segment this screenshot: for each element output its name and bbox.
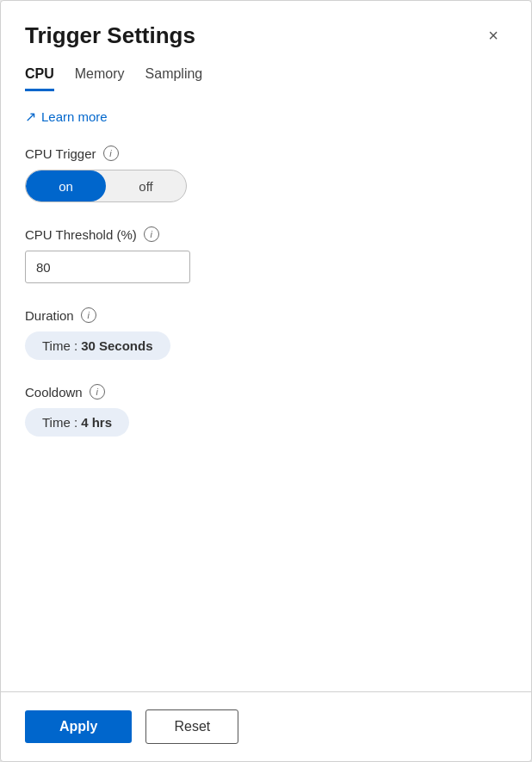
tab-sampling[interactable]: Sampling xyxy=(145,66,203,91)
duration-time-pill[interactable]: Time : 30 Seconds xyxy=(25,331,170,360)
cooldown-label: Cooldown xyxy=(25,385,83,400)
cpu-trigger-section: CPU Trigger i on off xyxy=(25,146,507,202)
cpu-threshold-info-icon[interactable]: i xyxy=(144,226,159,242)
learn-more-link[interactable]: Learn more xyxy=(41,109,108,124)
duration-info-icon[interactable]: i xyxy=(81,307,96,323)
cooldown-section: Cooldown i Time : 4 hrs xyxy=(25,384,507,437)
cooldown-info-icon[interactable]: i xyxy=(90,384,105,400)
toggle-off-option[interactable]: off xyxy=(106,170,186,201)
reset-button[interactable]: Reset xyxy=(145,709,238,744)
cooldown-time-value: 4 hrs xyxy=(81,415,112,430)
duration-label: Duration xyxy=(25,308,74,323)
cpu-trigger-label: CPU Trigger xyxy=(25,146,96,161)
external-link-icon: ↗ xyxy=(25,108,36,125)
tab-cpu[interactable]: CPU xyxy=(25,66,54,91)
duration-time-value: 30 Seconds xyxy=(81,338,152,353)
dialog-title: Trigger Settings xyxy=(25,22,195,49)
duration-label-row: Duration i xyxy=(25,307,507,323)
tabs-container: CPU Memory Sampling xyxy=(1,66,531,91)
cpu-trigger-info-icon[interactable]: i xyxy=(103,146,119,161)
cooldown-time-prefix: Time : xyxy=(42,415,77,430)
cpu-trigger-label-row: CPU Trigger i xyxy=(25,146,507,161)
cpu-threshold-label: CPU Threshold (%) xyxy=(25,227,137,242)
duration-section: Duration i Time : 30 Seconds xyxy=(25,307,507,360)
cpu-threshold-section: CPU Threshold (%) i xyxy=(25,226,507,283)
cooldown-label-row: Cooldown i xyxy=(25,384,507,400)
tab-memory[interactable]: Memory xyxy=(75,66,125,91)
cpu-threshold-label-row: CPU Threshold (%) i xyxy=(25,226,507,242)
cpu-threshold-input[interactable] xyxy=(25,251,190,283)
dialog-content: ↗ Learn more CPU Trigger i on off CPU Th… xyxy=(1,108,531,691)
toggle-on-option[interactable]: on xyxy=(26,170,106,201)
cpu-trigger-toggle[interactable]: on off xyxy=(25,170,187,202)
apply-button[interactable]: Apply xyxy=(25,710,132,743)
cooldown-time-pill[interactable]: Time : 4 hrs xyxy=(25,408,129,437)
close-icon: × xyxy=(488,26,498,46)
dialog-header: Trigger Settings × xyxy=(1,1,531,66)
duration-time-prefix: Time : xyxy=(42,338,77,353)
learn-more-row: ↗ Learn more xyxy=(25,108,507,125)
dialog-footer: Apply Reset xyxy=(1,691,531,761)
trigger-settings-dialog: Trigger Settings × CPU Memory Sampling ↗… xyxy=(0,0,532,762)
close-button[interactable]: × xyxy=(479,22,507,49)
